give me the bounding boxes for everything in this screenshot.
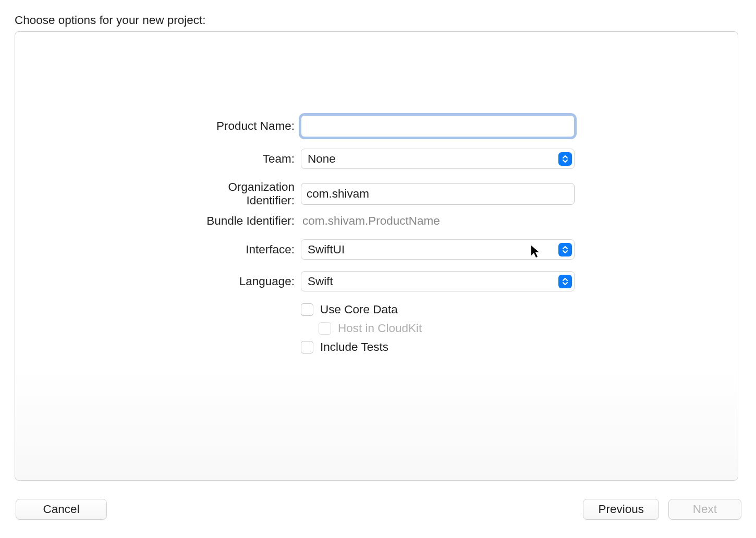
- updown-icon: [558, 275, 572, 288]
- options-form: Product Name: Team: None Organization Id…: [178, 115, 575, 359]
- interface-select-value: SwiftUI: [308, 243, 345, 256]
- label-language: Language:: [178, 275, 301, 288]
- host-cloudkit-label: Host in CloudKit: [338, 322, 422, 335]
- row-bundle-identifier: Bundle Identifier: com.shivam.ProductNam…: [178, 214, 575, 228]
- label-interface: Interface:: [178, 243, 301, 256]
- label-team: Team:: [178, 152, 301, 166]
- include-tests-label: Include Tests: [320, 340, 388, 354]
- bundle-identifier-value: com.shivam.ProductName: [301, 214, 575, 228]
- language-select[interactable]: Swift: [301, 271, 575, 291]
- previous-button[interactable]: Previous: [583, 499, 659, 520]
- org-identifier-input[interactable]: [301, 183, 575, 205]
- row-use-core-data: Use Core Data: [301, 303, 575, 316]
- next-button: Next: [668, 499, 741, 520]
- team-select-value: None: [308, 152, 336, 166]
- label-bundle-identifier: Bundle Identifier:: [178, 214, 301, 228]
- cancel-button[interactable]: Cancel: [16, 499, 107, 520]
- button-bar: Cancel Previous Next: [0, 496, 756, 522]
- product-name-input[interactable]: [301, 115, 575, 137]
- row-team: Team: None: [178, 149, 575, 169]
- row-interface: Interface: SwiftUI: [178, 239, 575, 260]
- language-select-value: Swift: [308, 275, 333, 288]
- interface-select[interactable]: SwiftUI: [301, 239, 575, 260]
- row-org-identifier: Organization Identifier:: [178, 180, 575, 207]
- label-product-name: Product Name:: [178, 119, 301, 133]
- team-select[interactable]: None: [301, 149, 575, 169]
- host-cloudkit-checkbox: [319, 322, 331, 335]
- row-host-cloudkit: Host in CloudKit: [319, 322, 575, 335]
- updown-icon: [558, 152, 572, 166]
- row-include-tests: Include Tests: [301, 340, 575, 354]
- options-panel: Product Name: Team: None Organization Id…: [15, 31, 738, 481]
- label-org-identifier: Organization Identifier:: [178, 180, 301, 207]
- row-language: Language: Swift: [178, 271, 575, 291]
- row-product-name: Product Name:: [178, 115, 575, 137]
- use-core-data-checkbox[interactable]: [301, 303, 313, 316]
- use-core-data-label: Use Core Data: [320, 303, 398, 316]
- updown-icon: [558, 243, 572, 256]
- page-title: Choose options for your new project:: [0, 0, 756, 27]
- include-tests-checkbox[interactable]: [301, 341, 313, 353]
